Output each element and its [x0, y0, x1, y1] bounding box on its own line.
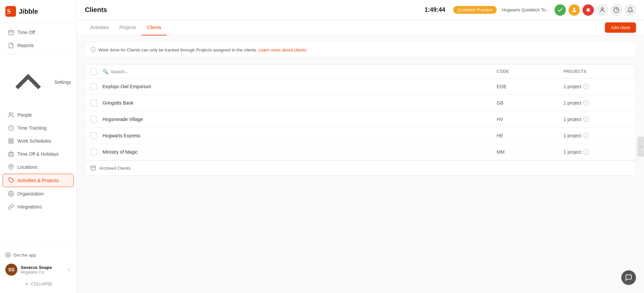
- check-in-button[interactable]: [554, 4, 566, 16]
- add-client-button[interactable]: Add client: [605, 22, 636, 33]
- projects-count-3: 1 project: [564, 117, 582, 122]
- projects-info-icon-2[interactable]: i: [584, 100, 589, 106]
- info-text: Work done for Clients can only be tracke…: [99, 47, 306, 52]
- projects-info-icon-3[interactable]: i: [584, 117, 589, 122]
- svg-point-15: [10, 193, 12, 195]
- org-name: Hogwarts Quidditch To...: [502, 7, 549, 12]
- svg-rect-8: [9, 139, 10, 141]
- column-code: Code: [497, 69, 564, 74]
- row-checkbox-3[interactable]: [91, 116, 97, 123]
- users-icon: [8, 112, 14, 118]
- sidebar-item-label: Settings: [54, 80, 71, 85]
- map-pin-icon: [8, 164, 14, 170]
- client-projects-3: 1 project i: [564, 117, 630, 122]
- user-button[interactable]: [597, 4, 608, 16]
- row-checkbox-1[interactable]: [91, 83, 97, 90]
- get-app-button[interactable]: Get the app: [5, 250, 71, 260]
- tab-clients[interactable]: Clients: [142, 20, 167, 35]
- client-name-2: Gringotts Bank: [103, 100, 497, 106]
- tag-icon: [8, 177, 14, 183]
- table-row: Hogwarts Express HE 1 project i: [85, 128, 636, 144]
- client-code-1: EOE: [497, 84, 564, 89]
- row-checkbox-5[interactable]: [91, 149, 97, 155]
- help-button[interactable]: [611, 4, 622, 16]
- table-row: Eeylops Owl Emporium EOE 1 project i: [85, 79, 636, 95]
- info-bar: ⓘ Work done for Clients can only be trac…: [85, 42, 636, 58]
- bell-icon: [627, 7, 633, 13]
- sidebar-item-time-off[interactable]: Time Off: [3, 26, 74, 39]
- chat-icon: [625, 274, 632, 281]
- sidebar-item-label: Work Schedules: [17, 138, 51, 144]
- user-info: Severus Snape Hogwarts Co: [21, 265, 63, 275]
- collapse-button[interactable]: COLLAPSE: [5, 279, 71, 289]
- tab-projects[interactable]: Projects: [114, 20, 142, 35]
- sidebar-item-time-tracking[interactable]: Time Tracking: [3, 122, 74, 134]
- stop-button[interactable]: [583, 4, 594, 16]
- collapse-label: COLLAPSE: [31, 282, 52, 286]
- briefcase-icon: [8, 151, 14, 157]
- tabs-bar: Activities Projects Clients Add client: [77, 20, 644, 35]
- chat-button[interactable]: [621, 270, 636, 285]
- sidebar-item-label: Integrations: [17, 204, 42, 209]
- projects-count-5: 1 project: [564, 149, 582, 155]
- info-message: Work done for Clients can only be tracke…: [99, 47, 257, 52]
- sidebar-item-label: Organization: [17, 191, 44, 196]
- search-input[interactable]: [111, 69, 497, 74]
- sidebar-item-label: Time Off & Holidays: [17, 151, 59, 157]
- question-icon: [613, 7, 619, 13]
- sidebar-item-label: People: [17, 112, 32, 118]
- sidebar-item-settings[interactable]: Settings: [0, 56, 76, 108]
- sidebar-item-integrations[interactable]: Integrations: [3, 200, 74, 213]
- projects-info-icon-4[interactable]: i: [584, 133, 589, 138]
- archived-clients-row[interactable]: Archived Clients: [85, 160, 636, 175]
- archived-label: Archived Clients: [99, 166, 131, 171]
- client-name-4: Hogwarts Express: [103, 133, 497, 138]
- header-icons: [554, 4, 636, 16]
- svg-rect-12: [9, 153, 14, 157]
- client-code-5: MM: [497, 149, 564, 155]
- learn-more-link[interactable]: Learn more about clients: [259, 47, 306, 52]
- double-chevron-left-icon: [24, 282, 29, 286]
- search-icon: 🔍: [103, 69, 108, 74]
- projects-count-1: 1 project: [564, 84, 582, 89]
- tabs-right: Add client: [605, 22, 636, 33]
- svg-rect-23: [91, 166, 96, 167]
- projects-info-icon-1[interactable]: i: [584, 84, 589, 89]
- sidebar-item-organization[interactable]: Organization: [3, 187, 74, 200]
- sidebar-item-locations[interactable]: Locations: [3, 161, 74, 173]
- row-checkbox-4[interactable]: [91, 132, 97, 139]
- svg-rect-19: [587, 8, 590, 11]
- table-row: Hogsmeade Village HV 1 project i: [85, 111, 636, 128]
- sidebar-item-work-schedules[interactable]: Work Schedules: [3, 135, 74, 147]
- sidebar-item-activities-projects[interactable]: Activities & Projects: [3, 174, 74, 187]
- timer-clock: 1:49:44: [425, 6, 445, 13]
- right-scroll-arrow[interactable]: ›: [637, 137, 644, 157]
- client-projects-4: 1 project i: [564, 133, 630, 138]
- sidebar-item-label: Time Off: [17, 30, 35, 35]
- row-checkbox-2[interactable]: [91, 100, 97, 106]
- sidebar-item-people[interactable]: People: [3, 109, 74, 121]
- client-name-1: Eeylops Owl Emporium: [103, 84, 497, 89]
- client-code-4: HE: [497, 133, 564, 138]
- table-row: Gringotts Bank GB 1 project i: [85, 95, 636, 111]
- user-name: Severus Snape: [21, 265, 63, 270]
- client-projects-2: 1 project i: [564, 100, 630, 106]
- content-area: ⓘ Work done for Clients can only be trac…: [77, 35, 644, 293]
- page-title: Clients: [85, 6, 419, 14]
- jibble-logo-icon: S: [5, 6, 16, 17]
- stop-icon: [585, 7, 591, 13]
- clients-table: 🔍 Code Projects Eeylops Owl Emporium EOE…: [85, 64, 636, 176]
- notifications-button[interactable]: [625, 4, 636, 16]
- client-name-3: Hogsmeade Village: [103, 117, 497, 122]
- timer-action-button[interactable]: [569, 4, 580, 16]
- info-icon: ⓘ: [91, 46, 96, 53]
- sidebar-item-reports[interactable]: Reports: [3, 39, 74, 52]
- timer-badge[interactable]: Quidditch Practice: [453, 6, 497, 14]
- person-icon: [571, 7, 577, 13]
- select-all-checkbox[interactable]: [91, 68, 97, 75]
- sidebar-item-time-off-holidays[interactable]: Time Off & Holidays: [3, 148, 74, 160]
- tab-activities[interactable]: Activities: [85, 20, 114, 35]
- clock-icon: [8, 125, 14, 131]
- user-profile[interactable]: SS Severus Snape Hogwarts Co: [5, 260, 71, 279]
- projects-info-icon-5[interactable]: i: [584, 149, 589, 155]
